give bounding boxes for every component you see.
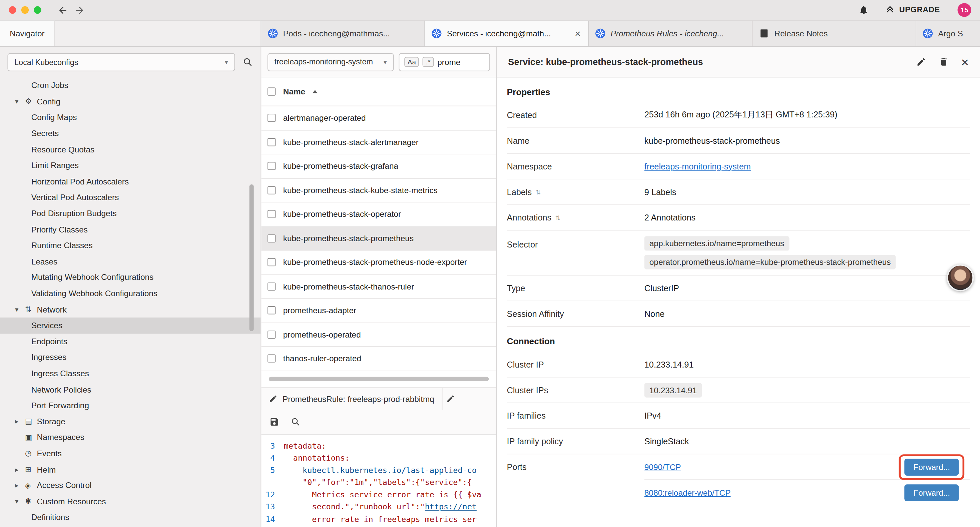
table-row[interactable]: prometheus-adapter [261, 299, 496, 323]
sidebar-item[interactable]: Endpoints [0, 334, 261, 350]
row-checkbox[interactable] [267, 210, 275, 218]
table-row[interactable]: thanos-ruler-operated [261, 347, 496, 371]
sidebar-item[interactable]: Limit Ranges [0, 158, 261, 174]
row-checkbox[interactable] [267, 162, 275, 170]
sidebar-item[interactable]: Priority Classes [0, 221, 261, 237]
sidebar-item[interactable]: ▣ Namespaces [0, 429, 261, 445]
sidebar-item[interactable]: ▸ ▤ Storage [0, 413, 261, 429]
sidebar-item[interactable]: Runtime Classes [0, 237, 261, 253]
sidebar-item[interactable]: ▾ ⚙ Config [0, 93, 261, 110]
tree-chevron-icon[interactable]: ▸ [15, 417, 25, 425]
sidebar-item[interactable]: Config Maps [0, 110, 261, 126]
sidebar-item-label: Config Maps [31, 113, 77, 122]
sidebar-item[interactable]: Validating Webhook Configurations [0, 285, 261, 301]
horizontal-scrollbar[interactable] [269, 377, 489, 381]
upgrade-button[interactable]: UPGRADE [885, 5, 940, 15]
table-row[interactable]: alertmanager-operated [261, 107, 496, 131]
select-all-checkbox[interactable] [267, 88, 275, 96]
sidebar-item[interactable]: ▾ ✱ Custom Resources [0, 493, 261, 509]
forward-button[interactable]: Forward... [905, 484, 959, 502]
kubeconfig-selector[interactable]: Local Kubeconfigs ▾ [7, 53, 235, 71]
sidebar-item[interactable]: Network Policies [0, 381, 261, 397]
edit-icon[interactable] [916, 57, 926, 67]
sidebar-item[interactable]: Resource Quotas [0, 142, 261, 158]
notifications-bell-icon[interactable] [859, 5, 869, 15]
sidebar-item[interactable]: ▾ ⇅ Network [0, 301, 261, 318]
sidebar-item[interactable]: Secrets [0, 126, 261, 142]
yaml-editor[interactable]: 3metadata: 4 annotations: 5 kubectl.kube… [261, 435, 496, 527]
search-input[interactable]: Aa .* prome [399, 53, 490, 71]
tree-chevron-icon[interactable]: ▾ [15, 306, 25, 314]
close-window-button[interactable] [9, 6, 16, 14]
tree-chevron-icon[interactable]: ▸ [15, 465, 25, 473]
table-row[interactable]: prometheus-operated [261, 323, 496, 347]
table-row[interactable]: kube-prometheus-stack-prometheus-node-ex… [261, 250, 496, 274]
sidebar-item[interactable]: Definitions [0, 509, 261, 525]
tab-close-icon[interactable]: × [573, 28, 582, 39]
notification-count-badge[interactable]: 15 [958, 3, 971, 17]
row-checkbox[interactable] [267, 186, 275, 194]
sidebar-item[interactable]: ◷ Events [0, 445, 261, 461]
sidebar-item[interactable]: ▸ ◈ Access Control [0, 477, 261, 493]
table-row[interactable]: kube-prometheus-stack-prometheus [261, 226, 496, 250]
expand-toggle-icon[interactable]: ⇅ [535, 188, 541, 196]
table-row[interactable]: kube-prometheus-stack-thanos-ruler [261, 274, 496, 299]
sidebar-item[interactable]: Horizontal Pod Autoscalers [0, 174, 261, 189]
user-avatar[interactable] [947, 264, 974, 291]
editor-dock-tab-partial[interactable] [442, 388, 496, 410]
table-row[interactable]: kube-prometheus-stack-grafana [261, 154, 496, 178]
editor-tab[interactable]: Services - icecheng@math... × [425, 21, 589, 46]
sidebar-item[interactable]: ▸ ⊞ Helm [0, 461, 261, 477]
row-checkbox[interactable] [267, 307, 275, 315]
sidebar-scrollbar[interactable] [250, 185, 254, 331]
editor-tab[interactable]: Release Notes [752, 21, 916, 46]
back-button[interactable] [57, 5, 68, 15]
row-checkbox[interactable] [267, 282, 275, 290]
save-icon[interactable] [269, 417, 280, 427]
table-row[interactable]: kube-prometheus-stack-alertmanager [261, 131, 496, 154]
editor-dock-tab[interactable]: PrometheusRule: freeleaps-prod-rabbitmq [261, 388, 442, 410]
sidebar-item[interactable]: Vertical Pod Autoscalers [0, 189, 261, 205]
row-checkbox[interactable] [267, 258, 275, 266]
sidebar-item[interactable]: Pod Disruption Budgets [0, 205, 261, 221]
maximize-window-button[interactable] [34, 6, 41, 14]
forward-button[interactable]: Forward... [905, 458, 959, 475]
row-checkbox[interactable] [267, 138, 275, 146]
delete-icon[interactable] [939, 57, 949, 67]
sidebar-item[interactable]: Mutating Webhook Configurations [0, 269, 261, 285]
sidebar-item[interactable]: Ingresses [0, 350, 261, 366]
minimize-window-button[interactable] [21, 6, 29, 14]
sidebar-item[interactable]: Cron Jobs [0, 77, 261, 93]
sidebar-item[interactable]: Ingress Classes [0, 366, 261, 382]
code-line: 3metadata: [261, 439, 496, 452]
editor-search-icon[interactable] [291, 417, 301, 427]
regex-toggle[interactable]: .* [423, 57, 434, 67]
navigator-tab[interactable]: Navigator [0, 21, 55, 46]
expand-toggle-icon[interactable]: ⇅ [555, 214, 560, 221]
row-checkbox[interactable] [267, 331, 275, 339]
sidebar-item[interactable]: Port Forwarding [0, 397, 261, 413]
tree-chevron-icon[interactable]: ▾ [15, 497, 25, 505]
row-checkbox[interactable] [267, 234, 275, 242]
namespace-selector[interactable]: freeleaps-monitoring-system ▾ [267, 53, 394, 71]
sidebar-search-icon[interactable] [242, 57, 253, 68]
sidebar-item[interactable]: Leases [0, 253, 261, 269]
row-checkbox[interactable] [267, 114, 275, 122]
sidebar-item-label: Mutating Webhook Configurations [31, 273, 154, 282]
tree-chevron-icon[interactable]: ▸ [15, 481, 25, 489]
close-icon[interactable]: × [961, 56, 969, 68]
namespace-link[interactable]: freeleaps-monitoring-system [644, 161, 751, 171]
port-link[interactable]: 9090/TCP [644, 462, 681, 471]
forward-nav-button[interactable] [75, 5, 85, 15]
sidebar-item[interactable]: Services [0, 318, 261, 334]
table-row[interactable]: kube-prometheus-stack-operator [261, 202, 496, 226]
name-column-header[interactable]: Name [283, 87, 305, 96]
editor-tab[interactable]: Argo S [916, 21, 980, 46]
match-case-toggle[interactable]: Aa [404, 57, 419, 67]
tree-chevron-icon[interactable]: ▾ [15, 97, 25, 105]
editor-tab[interactable]: Pods - icecheng@mathmas... [261, 21, 425, 46]
editor-tab[interactable]: Prometheus Rules - icecheng... [589, 21, 752, 46]
table-row[interactable]: kube-prometheus-stack-kube-state-metrics [261, 178, 496, 202]
row-checkbox[interactable] [267, 355, 275, 363]
port-link[interactable]: 8080:reloader-web/TCP [644, 488, 731, 497]
